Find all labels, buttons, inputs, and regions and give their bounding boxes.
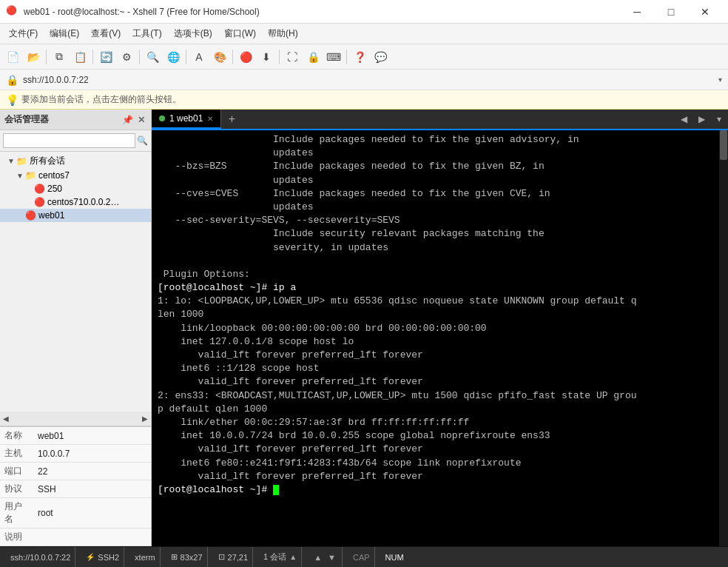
toolbar-keyboard[interactable]: ⌨ xyxy=(324,47,343,67)
info-value-port: 22 xyxy=(33,463,151,480)
terminal-scrollbar[interactable] xyxy=(719,130,728,546)
info-value-protocol: SSH xyxy=(33,480,151,498)
info-row-host: 主机 10.0.0.7 xyxy=(0,445,151,463)
menu-tools[interactable]: 工具(T) xyxy=(127,24,167,43)
toolbar-paste[interactable]: 📋 xyxy=(70,47,90,67)
lock-icon: 🔒 xyxy=(6,74,18,86)
tree-expand-250 xyxy=(24,185,34,193)
toolbar-color[interactable]: 🎨 xyxy=(210,47,229,67)
status-nav-down-btn[interactable]: ▼ xyxy=(326,553,337,562)
tree-item-250[interactable]: 🔴 250 xyxy=(0,182,151,195)
folder-icon-centos7: 📁 xyxy=(25,170,36,181)
main-layout: 会话管理器 📌 ✕ 🔍 ▼ 📁 所有会话 ▼ 📁 centos7 xyxy=(0,110,728,546)
info-row-username: 用户名 root xyxy=(0,498,151,529)
info-row-desc: 说明 xyxy=(0,529,151,546)
toolbar-refresh[interactable]: 🔄 xyxy=(96,47,115,67)
menu-window[interactable]: 窗口(W) xyxy=(218,24,262,43)
toolbar-help[interactable]: ❓ xyxy=(350,47,369,67)
info-value-desc xyxy=(33,529,151,546)
tab-nav-right[interactable]: ▶ xyxy=(692,110,710,129)
toolbar-search[interactable]: 🔍 xyxy=(143,47,162,67)
folder-icon-all: 📁 xyxy=(16,156,27,167)
status-cap: CAP xyxy=(348,547,375,567)
session-icon-centos710: 🔴 xyxy=(34,197,45,207)
tree-label-centos7: centos7 xyxy=(38,170,70,181)
toolbar-sep-6 xyxy=(279,50,280,64)
address-text: ssh://10.0.0.7:22 xyxy=(23,75,714,85)
menu-view[interactable]: 查看(V) xyxy=(85,24,127,43)
toolbar-info[interactable]: 💬 xyxy=(371,47,390,67)
scroll-left-btn[interactable]: ◀ xyxy=(3,415,9,423)
menu-file[interactable]: 文件(F) xyxy=(3,24,44,43)
menu-bar: 文件(F) 编辑(E) 查看(V) 工具(T) 选项卡(B) 窗口(W) 帮助(… xyxy=(0,24,728,44)
status-bar: ssh://10.0.0.7:22 ⚡ SSH2 xterm ⊞ 83x27 ⊡… xyxy=(0,546,728,567)
info-label-name: 名称 xyxy=(0,427,33,445)
session-panel: 会话管理器 📌 ✕ 🔍 ▼ 📁 所有会话 ▼ 📁 centos7 xyxy=(0,110,152,546)
tab-menu-btn[interactable]: ▾ xyxy=(710,110,728,129)
session-info: 名称 web01 主机 10.0.0.7 端口 22 协议 SSH 用户名 xyxy=(0,426,151,546)
session-panel-actions: 📌 ✕ xyxy=(121,113,146,127)
menu-edit[interactable]: 编辑(E) xyxy=(44,24,85,43)
tree-label-all: 所有会话 xyxy=(30,155,65,167)
toolbar-stop[interactable]: 🔴 xyxy=(236,47,255,67)
tree-item-web01[interactable]: 🔴 web01 xyxy=(0,209,151,222)
minimize-button[interactable]: ─ xyxy=(620,0,654,24)
session-scroll-area: ◀ ▶ xyxy=(0,412,151,426)
toolbar-open[interactable]: 📂 xyxy=(24,47,43,67)
address-bar: 🔒 ssh://10.0.0.7:22 ▾ xyxy=(0,70,728,90)
tab-web01[interactable]: 1 web01 ✕ xyxy=(152,110,221,129)
scroll-thumb xyxy=(720,130,727,160)
status-nav-up: ▲ ▼ xyxy=(308,547,343,567)
menu-help[interactable]: 帮助(H) xyxy=(262,24,304,43)
toolbar-download[interactable]: ⬇ xyxy=(257,47,276,67)
menu-tabs[interactable]: 选项卡(B) xyxy=(168,24,218,43)
session-panel-close[interactable]: ✕ xyxy=(136,113,146,127)
toolbar-copy[interactable]: ⧉ xyxy=(50,47,69,67)
status-position: ⊡ 27,21 xyxy=(214,547,254,567)
toolbar-settings[interactable]: ⚙ xyxy=(117,47,136,67)
session-panel-pin[interactable]: 📌 xyxy=(121,113,135,127)
scroll-right-btn[interactable]: ▶ xyxy=(142,415,148,423)
toolbar-new[interactable]: 📄 xyxy=(3,47,22,67)
info-label-protocol: 协议 xyxy=(0,480,33,498)
terminal-content[interactable]: Include packages needed to fix the given… xyxy=(152,130,728,546)
toolbar-sep-4 xyxy=(186,50,186,64)
info-value-username: root xyxy=(33,498,151,529)
tab-label: 1 web01 xyxy=(169,113,203,124)
toolbar-fullscreen[interactable]: ⛶ xyxy=(283,47,302,67)
info-value-host: 10.0.0.7 xyxy=(33,445,151,463)
tab-dot xyxy=(159,115,165,121)
tree-item-all-sessions[interactable]: ▼ 📁 所有会话 xyxy=(0,153,151,169)
info-table: 名称 web01 主机 10.0.0.7 端口 22 协议 SSH 用户名 xyxy=(0,427,151,546)
tab-add-button[interactable]: + xyxy=(221,110,242,129)
toolbar-sep-3 xyxy=(139,50,140,64)
status-nav-up-btn[interactable]: ▲ xyxy=(312,553,323,562)
close-button[interactable]: ✕ xyxy=(688,0,722,24)
maximize-button[interactable]: □ xyxy=(654,0,688,24)
tip-text: 要添加当前会话，点击左侧的箭头按钮。 xyxy=(21,93,181,106)
info-row-port: 端口 22 xyxy=(0,463,151,480)
tab-close-btn[interactable]: ✕ xyxy=(207,115,213,123)
status-position-text: 27,21 xyxy=(228,553,249,562)
tree-label-250: 250 xyxy=(47,184,62,194)
window-title: web01 - root@localhost:~ - Xshell 7 (Fre… xyxy=(24,7,620,17)
tab-nav-left[interactable]: ◀ xyxy=(675,110,692,129)
info-row-name: 名称 web01 xyxy=(0,427,151,445)
info-label-host: 主机 xyxy=(0,445,33,463)
status-sessions: 1 会话 ▲ xyxy=(259,547,302,567)
toolbar-font[interactable]: A xyxy=(189,47,209,67)
toolbar-sep-5 xyxy=(232,50,233,64)
status-protocol-text: SSH2 xyxy=(98,553,119,562)
session-search-input[interactable] xyxy=(3,133,135,148)
session-panel-header: 会话管理器 📌 ✕ xyxy=(0,110,151,130)
address-dropdown[interactable]: ▾ xyxy=(718,76,722,84)
app-icon: 🔴 xyxy=(6,5,19,19)
tree-item-centos710[interactable]: 🔴 centos710.0.0.2… xyxy=(0,195,151,209)
info-label-username: 用户名 xyxy=(0,498,33,529)
tree-item-centos7[interactable]: ▼ 📁 centos7 xyxy=(0,169,151,182)
info-label-desc: 说明 xyxy=(0,529,33,546)
tip-bar: 💡 要添加当前会话，点击左侧的箭头按钮。 xyxy=(0,90,728,110)
toolbar: 📄 📂 ⧉ 📋 🔄 ⚙ 🔍 🌐 A 🎨 🔴 ⬇ ⛶ 🔒 ⌨ ❓ 💬 xyxy=(0,44,728,70)
toolbar-lock[interactable]: 🔒 xyxy=(303,47,323,67)
toolbar-connect[interactable]: 🌐 xyxy=(164,47,183,67)
